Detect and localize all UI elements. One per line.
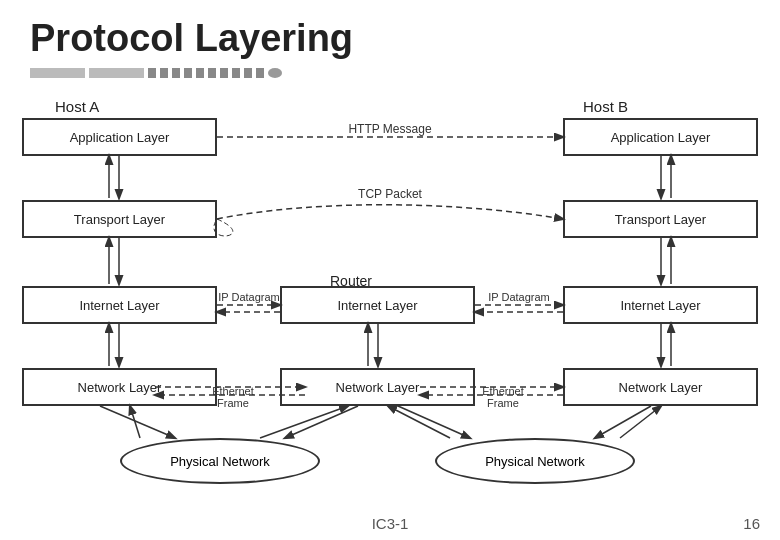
tcp-label: TCP Packet [358, 187, 422, 201]
arrow-physical-left-to-router [260, 406, 348, 438]
bar-block [89, 68, 144, 78]
eth-label-left2: Frame [217, 397, 249, 409]
bar-block [208, 68, 216, 78]
bar-block [220, 68, 228, 78]
arrow-network-b-to-physical [595, 406, 651, 438]
arrow-router-network-to-physical-right [398, 406, 470, 438]
slide-number: 16 [743, 515, 760, 532]
bar-block [196, 68, 204, 78]
diagram-svg: HTTP Message TCP Packet IP Datagram [0, 90, 780, 530]
tcp-arrow [217, 205, 563, 219]
slide-code: IC3-1 [372, 515, 409, 532]
bar-block [256, 68, 264, 78]
bar-block [244, 68, 252, 78]
arrow-physical-to-network-b [620, 406, 661, 438]
eth-label-right2: Frame [487, 397, 519, 409]
ip-label-left: IP Datagram [218, 291, 280, 303]
page-title: Protocol Layering [30, 18, 750, 60]
diagram-area: Host A Host B Application Layer Transpor… [0, 90, 780, 530]
http-label: HTTP Message [348, 122, 431, 136]
bar-block [148, 68, 156, 78]
bar-block [160, 68, 168, 78]
title-area: Protocol Layering [0, 0, 780, 80]
bar-block [184, 68, 192, 78]
tcp-bounce-left [214, 219, 233, 236]
arrow-network-a-to-physical [100, 406, 175, 438]
bar-block [172, 68, 180, 78]
title-bar [30, 66, 750, 80]
ip-label-right: IP Datagram [488, 291, 550, 303]
bar-block [232, 68, 240, 78]
bar-circle [268, 68, 282, 78]
arrow-router-network-to-physical-left [285, 406, 358, 438]
arrow-physical-right-to-router [388, 406, 450, 438]
bar-block [30, 68, 85, 78]
